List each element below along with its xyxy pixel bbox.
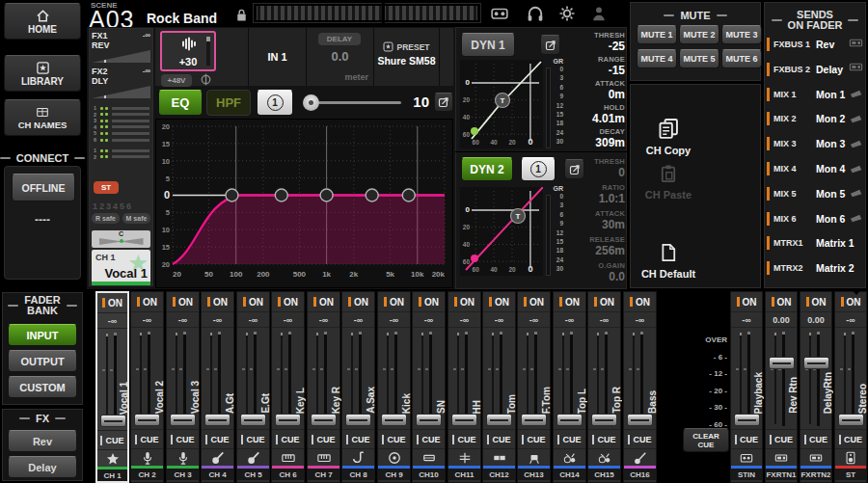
on-button[interactable]: ON: [624, 292, 656, 312]
mute-2-button[interactable]: MUTE 2: [679, 25, 719, 44]
fader-track[interactable]: Top L: [554, 328, 585, 430]
hpf-freq-slider[interactable]: [307, 101, 401, 104]
fader-thumb[interactable]: [627, 414, 653, 426]
dyn1-param-range[interactable]: RANGE-15: [565, 55, 625, 77]
dyn2-param-attack[interactable]: ATTACK30m: [565, 209, 625, 231]
dyn1-param-thresh[interactable]: THRESH-25: [565, 31, 625, 53]
channel-strip-ch13[interactable]: ON -∞ F.Tom CUE CH13: [517, 291, 551, 483]
fader-track[interactable]: A.Gt: [202, 328, 233, 430]
on-button[interactable]: ON: [97, 293, 127, 313]
cue-button[interactable]: CUE: [624, 430, 656, 449]
fader-thumb[interactable]: [134, 414, 160, 426]
fader-track[interactable]: Tom: [483, 328, 515, 430]
fader-thumb[interactable]: [556, 414, 583, 426]
fader-thumb[interactable]: [100, 415, 126, 427]
home-button[interactable]: HOME: [4, 3, 81, 40]
dyn2-param-ogain[interactable]: O.GAIN0.0: [565, 261, 625, 283]
stereo-assign-badge[interactable]: ST: [94, 181, 119, 194]
delay-cell[interactable]: DELAY 0.0 meter: [307, 28, 374, 86]
fader-track[interactable]: Vocal 1: [97, 329, 127, 431]
fader-thumb[interactable]: [381, 414, 407, 426]
fader-track[interactable]: E.Gt: [237, 328, 269, 430]
fader-track[interactable]: Stereo: [835, 328, 866, 430]
preset-cell[interactable]: PRESET Shure SM58: [374, 28, 440, 86]
mute-6-button[interactable]: MUTE 6: [721, 49, 762, 68]
eq-on-button[interactable]: EQ: [158, 90, 203, 116]
mute-5-button[interactable]: MUTE 5: [679, 49, 719, 68]
cue-button[interactable]: CUE: [131, 430, 163, 449]
cue-button[interactable]: CUE: [800, 430, 831, 449]
cue-button[interactable]: CUE: [413, 430, 445, 449]
channel-strip-ch3[interactable]: ON -∞ Vocal 3 CUE CH 3: [166, 291, 200, 483]
fader-thumb[interactable]: [591, 414, 617, 426]
channel-strip-ch16[interactable]: ON -∞ Bass CUE CH16: [623, 291, 657, 483]
fader-thumb[interactable]: [204, 414, 231, 426]
on-button[interactable]: ON: [554, 292, 585, 312]
on-button[interactable]: ON: [766, 292, 797, 312]
cue-button[interactable]: CUE: [97, 431, 127, 450]
user-icon[interactable]: [590, 5, 608, 22]
fx1-send-box[interactable]: FX1-∞ REV: [92, 31, 150, 63]
sends-row-mix5[interactable]: MIX 5 Mon 5: [767, 182, 863, 205]
fader-thumb[interactable]: [275, 414, 301, 426]
fader-track[interactable]: A.Sax: [342, 328, 374, 430]
fader-thumb[interactable]: [345, 414, 371, 426]
on-button[interactable]: ON: [272, 292, 304, 312]
phase-icon[interactable]: [199, 72, 213, 87]
cue-button[interactable]: CUE: [378, 430, 410, 449]
on-button[interactable]: ON: [237, 292, 269, 312]
fader-track[interactable]: F.Tom: [518, 328, 550, 430]
fader-track[interactable]: DelayRtn: [800, 328, 831, 430]
channel-strip-ch2[interactable]: ON -∞ Vocal 2 CUE CH 2: [130, 291, 164, 483]
dyn2-graph[interactable]: 02040606040200T: [460, 187, 543, 276]
cue-button[interactable]: CUE: [272, 430, 304, 449]
mute-4-button[interactable]: MUTE 4: [637, 49, 677, 68]
fader-track[interactable]: Key L: [272, 328, 304, 430]
cue-button[interactable]: CUE: [588, 430, 620, 449]
eq-band-select-button[interactable]: 1: [257, 90, 293, 116]
recorder-icon[interactable]: [487, 5, 512, 22]
ch-copy-button[interactable]: CH Copy: [630, 118, 707, 156]
fader-thumb[interactable]: [734, 414, 760, 426]
fader-bank-input-button[interactable]: INPUT: [8, 324, 77, 346]
on-button[interactable]: ON: [483, 292, 515, 312]
library-button[interactable]: LIBRARY: [4, 55, 81, 92]
fader-track[interactable]: Vocal 2: [131, 328, 163, 430]
on-button[interactable]: ON: [131, 292, 163, 312]
on-button[interactable]: ON: [413, 292, 445, 312]
fader-track[interactable]: Key R: [308, 328, 339, 430]
hpf-button[interactable]: HPF: [206, 90, 251, 116]
clear-cue-button[interactable]: CLEAR CUE: [683, 428, 729, 452]
fader-thumb[interactable]: [451, 414, 477, 426]
cue-button[interactable]: CUE: [342, 430, 374, 449]
channel-strip-ch1[interactable]: ON -∞ Vocal 1 CUE CH 1: [95, 291, 129, 483]
on-button[interactable]: ON: [731, 292, 762, 312]
settings-icon[interactable]: [558, 5, 576, 22]
cue-button[interactable]: CUE: [731, 430, 762, 449]
eq-graph[interactable]: 20151050510152020501002005001k2k5k10k20k: [155, 119, 453, 288]
phantom-48v-chip[interactable]: +48V: [161, 74, 192, 87]
ch-names-button[interactable]: CH NAMES: [4, 99, 81, 136]
fader-thumb[interactable]: [521, 414, 547, 426]
sends-row-mix4[interactable]: MIX 4 Mon 4: [767, 157, 863, 180]
connect-status-button[interactable]: OFFLINE: [12, 174, 75, 201]
fader-track[interactable]: Bass: [624, 328, 656, 430]
dyn2-button[interactable]: DYN 2: [461, 157, 513, 181]
master-strip-stin[interactable]: ON -∞ Playback CUE STIN: [730, 291, 763, 483]
channel-strip-ch15[interactable]: ON -∞ Top R CUE CH15: [587, 291, 621, 483]
sends-row-fxbus2[interactable]: FXBUS 2 Delay: [767, 58, 863, 81]
channel-strip-ch5[interactable]: ON -∞ E.Gt CUE CH 5: [236, 291, 270, 483]
channel-strip-ch12[interactable]: ON -∞ Tom CUE CH12: [482, 291, 516, 483]
gain-box[interactable]: +30: [160, 31, 216, 71]
dyn1-param-hold[interactable]: HOLD4.01m: [565, 103, 625, 125]
eq-edit-button[interactable]: [434, 93, 453, 112]
cue-button[interactable]: CUE: [167, 430, 199, 449]
on-button[interactable]: ON: [167, 292, 199, 312]
selected-channel-card[interactable]: ★ CH 1 Vocal 1: [92, 250, 150, 285]
fx-delay-button[interactable]: Delay: [8, 456, 77, 478]
fader-track[interactable]: Vocal 3: [167, 328, 199, 430]
channel-strip-ch11[interactable]: ON -∞ HH CUE CH11: [448, 291, 481, 483]
pan-indicator[interactable]: C: [92, 230, 150, 248]
on-button[interactable]: ON: [835, 292, 866, 312]
dyn1-param-attack[interactable]: ATTACK0m: [565, 79, 625, 101]
